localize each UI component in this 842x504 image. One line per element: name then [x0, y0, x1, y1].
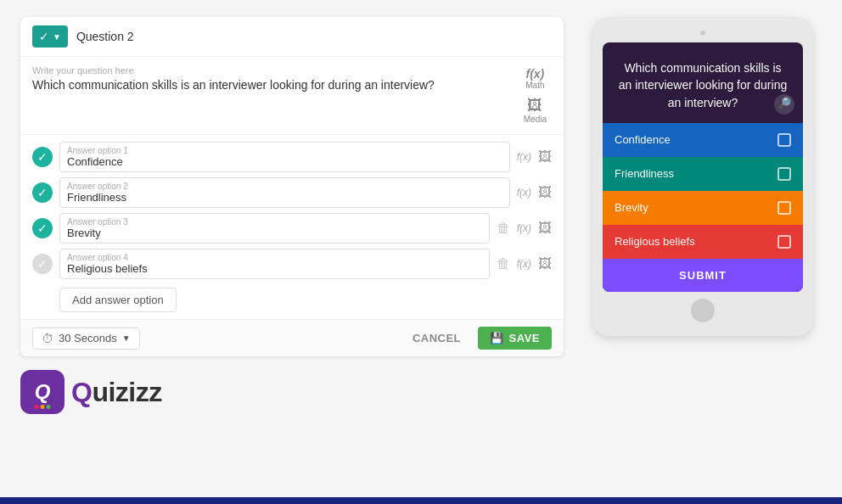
answer-delete-3[interactable]: 🗑 [497, 221, 510, 236]
fx-icon: f(x) [525, 67, 544, 81]
question-actions: f(x) Math 🖼 Media [519, 65, 552, 126]
answer-row-3: ✓ Answer option 3 🗑 f(x) 🖼 [32, 213, 552, 244]
checkmark-icon: ✓ [39, 30, 49, 43]
save-icon: 💾 [490, 332, 504, 344]
option-checkbox-1 [777, 133, 791, 147]
tablet-home-button [691, 299, 715, 322]
save-button[interactable]: 💾 SAVE [478, 327, 552, 350]
left-panel: ✓ ▼ Question 2 Write your question here … [20, 17, 564, 480]
question-header: ✓ ▼ Question 2 [20, 17, 564, 57]
answer-img-2[interactable]: 🖼 [538, 185, 552, 200]
answer-row-2: ✓ Answer option 2 f(x) 🖼 [32, 177, 552, 208]
check-icon-2: ✓ [37, 186, 48, 199]
answer-label-1: Answer option 1 [67, 146, 502, 155]
answer-label-4: Answer option 4 [67, 253, 482, 262]
check-icon-1: ✓ [37, 150, 48, 164]
question-card: ✓ ▼ Question 2 Write your question here … [20, 17, 564, 356]
quiz-options: Confidence Friendliness Brevity Religiou… [603, 123, 803, 259]
quiz-question-text: Which communication skills is an intervi… [619, 61, 787, 109]
media-button[interactable]: 🖼 Media [519, 95, 552, 126]
quizizz-logo-icon: Q [20, 370, 65, 414]
quiz-option-4[interactable]: Religious beliefs [603, 225, 803, 259]
logo-area: Q Quizizz [20, 370, 564, 414]
answer-img-1[interactable]: 🖼 [538, 149, 552, 165]
answer-label-3: Answer option 3 [67, 217, 482, 227]
question-text-input[interactable] [32, 77, 510, 126]
quiz-option-2-text: Friendliness [615, 167, 674, 180]
logo-dots [35, 405, 51, 409]
answer-img-3[interactable]: 🖼 [538, 221, 552, 236]
quiz-option-4-text: Religious beliefs [615, 235, 695, 248]
card-footer: ⏱ 30 Seconds ▼ CANCEL 💾 SAVE [20, 319, 564, 356]
answer-delete-4[interactable]: 🗑 [497, 256, 510, 272]
timer-chevron-icon: ▼ [122, 333, 131, 343]
answer-img-4[interactable]: 🖼 [538, 256, 552, 272]
option-checkbox-4 [777, 235, 791, 249]
quiz-option-3[interactable]: Brevity [603, 191, 803, 225]
option-checkbox-3 [777, 201, 791, 215]
add-answer-button[interactable]: Add answer option [59, 288, 177, 312]
quiz-question-area: Which communication skills is an intervi… [603, 42, 803, 123]
logo-text: Quizizz [71, 377, 162, 408]
answer-input-1[interactable] [67, 155, 502, 168]
answer-math-1[interactable]: f(x) [517, 151, 531, 163]
timer-label: 30 Seconds [59, 332, 117, 344]
answer-input-wrap-1: Answer option 1 [59, 142, 510, 172]
option-checkbox-2 [777, 167, 791, 181]
answer-row-1: ✓ Answer option 1 f(x) 🖼 [32, 142, 552, 172]
logo-q-letter: Q [35, 380, 51, 404]
answers-section: ✓ Answer option 1 f(x) 🖼 ✓ Answer op [20, 135, 564, 319]
answer-math-3[interactable]: f(x) [517, 222, 531, 234]
quiz-option-1-text: Confidence [615, 133, 671, 146]
math-button[interactable]: f(x) Math [520, 65, 549, 92]
tablet-top-bar [603, 31, 803, 36]
timer-button[interactable]: ⏱ 30 Seconds ▼ [32, 328, 140, 350]
question-placeholder: Write your question here [32, 65, 510, 76]
answer-input-2[interactable] [67, 191, 502, 204]
math-label: Math [525, 81, 544, 90]
answer-input-wrap-4: Answer option 4 [59, 249, 490, 279]
answer-check-4[interactable]: ✓ [32, 254, 53, 274]
cancel-button[interactable]: CANCEL [404, 327, 469, 350]
timer-icon: ⏱ [42, 332, 53, 345]
check-icon-4: ✓ [37, 257, 48, 271]
answer-check-1[interactable]: ✓ [32, 147, 53, 167]
answer-input-wrap-3: Answer option 3 [59, 213, 490, 244]
tablet-frame: Which communication skills is an intervi… [592, 17, 813, 336]
question-type-button[interactable]: ✓ ▼ [32, 25, 68, 48]
tablet-camera [700, 31, 705, 36]
answer-input-3[interactable] [67, 227, 482, 239]
quiz-submit-button[interactable]: SUBMIT [603, 259, 803, 292]
quiz-option-2[interactable]: Friendliness [603, 157, 803, 191]
answer-row-4: ✓ Answer option 4 🗑 f(x) 🖼 [32, 249, 552, 279]
media-label: Media [524, 115, 547, 124]
question-body: Write your question here f(x) Math 🖼 Med… [20, 57, 564, 135]
save-label: SAVE [509, 332, 540, 344]
answer-check-2[interactable]: ✓ [32, 182, 53, 203]
answer-input-4[interactable] [67, 262, 482, 275]
right-panel: Which communication skills is an intervi… [584, 17, 822, 480]
tablet-bottom-bar [603, 299, 803, 322]
zoom-icon[interactable]: 🔎 [774, 94, 794, 115]
quiz-option-3-text: Brevity [615, 201, 648, 214]
question-number: Question 2 [76, 30, 134, 43]
chevron-down-icon: ▼ [53, 32, 61, 42]
media-icon: 🖼 [527, 97, 542, 115]
check-icon-3: ✓ [37, 221, 48, 235]
answer-math-2[interactable]: f(x) [517, 187, 531, 199]
answer-check-3[interactable]: ✓ [32, 218, 53, 238]
answer-label-2: Answer option 2 [67, 182, 502, 191]
answer-math-4[interactable]: f(x) [517, 258, 531, 270]
answer-input-wrap-2: Answer option 2 [59, 177, 510, 208]
tablet-screen: Which communication skills is an intervi… [603, 42, 803, 292]
quiz-option-1[interactable]: Confidence [603, 123, 803, 157]
bottom-bar [0, 497, 842, 504]
